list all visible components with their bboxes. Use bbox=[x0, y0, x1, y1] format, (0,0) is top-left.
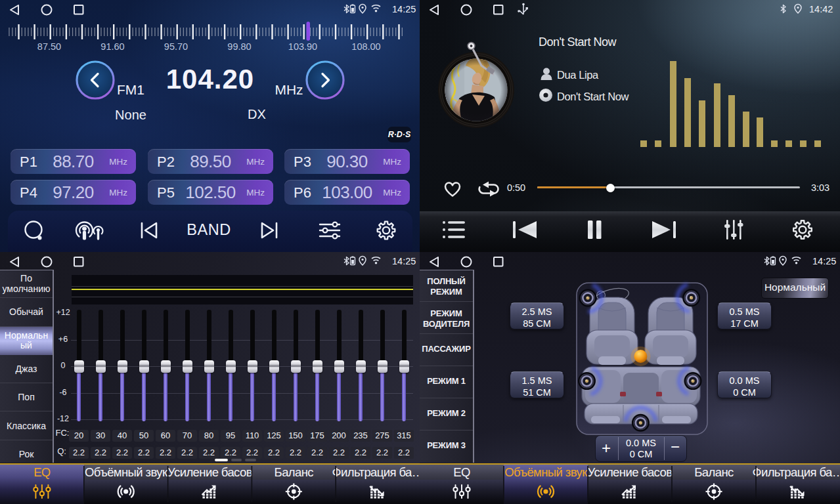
svg-text:14:42: 14:42 bbox=[809, 4, 833, 14]
svg-text:14:25: 14:25 bbox=[812, 256, 836, 266]
svg-text:14:25: 14:25 bbox=[392, 256, 416, 266]
svg-text:14:25: 14:25 bbox=[392, 4, 416, 14]
